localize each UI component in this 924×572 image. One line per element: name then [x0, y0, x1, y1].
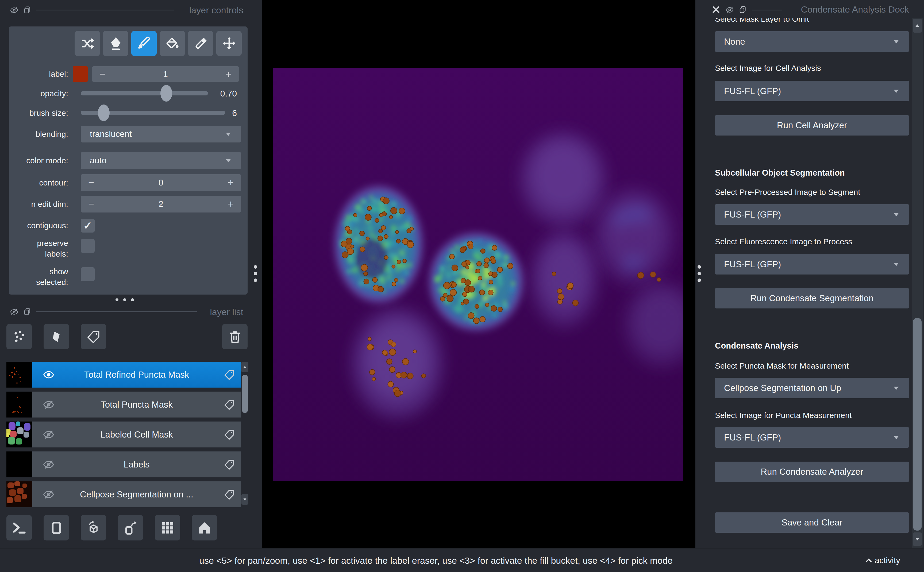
fill-bucket-button[interactable]	[160, 31, 185, 56]
scroll-down-button[interactable]	[913, 532, 922, 546]
preserve-labels-checkbox[interactable]	[81, 239, 95, 253]
contour-label: contour:	[5, 174, 68, 191]
home-icon	[197, 521, 212, 535]
dock-hide-icon[interactable]	[725, 5, 734, 14]
layer-row[interactable]: Labeled Cell Mask	[6, 421, 241, 448]
mask-layer-omit-select[interactable]: None	[715, 31, 909, 52]
thumbnail-dot	[18, 375, 19, 376]
eye-hidden-icon[interactable]	[42, 398, 55, 411]
color-mode-dropdown[interactable]: auto	[81, 152, 241, 169]
opacity-slider[interactable]	[81, 91, 208, 95]
layer-row[interactable]: Total Refined Puncta Mask	[6, 362, 241, 387]
label-value[interactable]: 1	[92, 66, 239, 82]
eye-hidden-icon[interactable]	[42, 488, 55, 500]
grid-icon	[160, 521, 175, 535]
puncta-image-label: Select Image for Puncta Measurement	[715, 410, 909, 420]
scroll-up-button[interactable]	[913, 19, 922, 33]
n-edit-dim-spinbox[interactable]: − 2 +	[81, 196, 241, 213]
puncta-mask-select[interactable]: Cellpose Segmentation on Up	[715, 378, 909, 398]
layer-name-area[interactable]: Total Puncta Mask	[32, 392, 241, 418]
n-edit-dim-value[interactable]: 2	[81, 196, 241, 213]
activity-button[interactable]: activity	[864, 549, 900, 572]
layer-list-scrollbar[interactable]	[241, 362, 248, 505]
scrollbar-handle[interactable]	[913, 318, 922, 530]
transpose-dimensions-button[interactable]	[118, 515, 143, 541]
dock-float-icon[interactable]	[739, 5, 747, 14]
contour-increment-button[interactable]: +	[228, 174, 234, 191]
layer-name-area[interactable]: Labels	[32, 451, 241, 477]
layer-thumbnail	[6, 362, 32, 387]
viewer-canvas[interactable]	[262, 0, 695, 548]
pan-zoom-button[interactable]	[216, 31, 242, 56]
square-2d-icon	[49, 521, 64, 535]
scrollbar-handle[interactable]	[242, 375, 248, 413]
n-edit-dim-increment-button[interactable]: +	[228, 196, 234, 213]
layer-row[interactable]: Labels	[6, 451, 241, 477]
scroll-down-button[interactable]	[241, 494, 248, 505]
show-selected-checkbox[interactable]	[81, 267, 95, 281]
save-and-clear-button[interactable]: Save and Clear	[715, 512, 909, 533]
layer-controls-float-icon[interactable]	[23, 6, 31, 14]
show-selected-label: show selected:	[23, 266, 68, 288]
layer-controls-hide-icon[interactable]	[9, 6, 19, 15]
tag-icon	[224, 369, 235, 380]
chevron-down-icon	[893, 434, 900, 441]
layer-thumbnail	[6, 392, 32, 418]
puncta-image-select[interactable]: FUS-FL (GFP)	[715, 427, 909, 448]
run-cell-analyzer-button[interactable]: Run Cell Analyzer	[715, 115, 909, 135]
roll-dimensions-button[interactable]	[81, 515, 106, 541]
tag-icon	[224, 489, 235, 500]
label-spinbox[interactable]: − 1 +	[92, 66, 239, 82]
label-eraser-button[interactable]	[103, 31, 128, 56]
image-cell-analysis-select[interactable]: FUS-FL (GFP)	[715, 81, 909, 101]
layer-name-area[interactable]: Labeled Cell Mask	[32, 421, 241, 448]
left-splitter-handle[interactable]	[254, 265, 257, 282]
color-picker-button[interactable]	[188, 31, 213, 56]
dock-scrollbar[interactable]	[912, 18, 922, 548]
run-condensate-analyzer-button[interactable]: Run Condensate Analyzer	[715, 462, 909, 482]
eye-open-icon[interactable]	[42, 368, 55, 381]
color-picker-icon	[193, 36, 208, 51]
eye-hidden-icon[interactable]	[42, 459, 55, 471]
thumbnail-dot	[20, 407, 21, 409]
opacity-label: opacity:	[5, 88, 68, 99]
eye-hidden-icon[interactable]	[42, 429, 55, 441]
console-button[interactable]	[6, 515, 32, 541]
thumbnail-blob	[7, 497, 13, 503]
layer-name-area[interactable]: Total Refined Puncta Mask	[32, 362, 241, 387]
fluorescence-image-select[interactable]: FUS-FL (GFP)	[715, 254, 909, 275]
preprocessed-image-select[interactable]: FUS-FL (GFP)	[715, 204, 909, 225]
brush-size-label: brush size:	[5, 107, 68, 119]
dock-close-icon[interactable]	[711, 5, 721, 14]
reset-view-button[interactable]	[192, 515, 217, 541]
thumbnail-dot	[20, 381, 20, 382]
toggle-ndisplay-button[interactable]	[44, 515, 69, 541]
contour-spinbox[interactable]: − 0 +	[81, 174, 241, 191]
fluorescence-image	[273, 68, 683, 481]
shuffle-colors-button[interactable]	[75, 31, 100, 56]
thumbnail-dot	[14, 367, 15, 368]
contour-value[interactable]: 0	[81, 174, 241, 191]
opacity-slider-handle[interactable]	[160, 85, 172, 101]
layer-list-float-icon[interactable]	[23, 308, 31, 316]
contiguous-checkbox[interactable]: ✓	[81, 219, 95, 233]
blending-dropdown[interactable]: translucent	[81, 126, 241, 143]
layer-row[interactable]: Total Puncta Mask	[6, 392, 241, 418]
thumbnail-dot	[17, 397, 18, 398]
delete-layer-button[interactable]	[222, 324, 247, 349]
layer-list-hide-icon[interactable]	[9, 308, 19, 317]
dock-splitter-handle[interactable]	[115, 298, 134, 301]
label-color-swatch[interactable]	[73, 66, 88, 82]
paintbrush-button[interactable]	[131, 31, 157, 56]
new-shapes-layer-button[interactable]	[44, 324, 69, 349]
new-points-layer-button[interactable]	[6, 324, 32, 349]
thumbnail-dot	[18, 412, 19, 413]
grid-view-button[interactable]	[155, 515, 180, 541]
layer-name-area[interactable]: Cellpose Segmentation on ...	[32, 481, 241, 507]
run-condensate-segmentation-button[interactable]: Run Condensate Segmentation	[715, 288, 909, 308]
layer-row[interactable]: Cellpose Segmentation on ...	[6, 481, 241, 507]
scroll-up-button[interactable]	[241, 362, 248, 372]
label-increment-button[interactable]: +	[226, 66, 232, 82]
new-labels-layer-button[interactable]	[81, 324, 106, 349]
dock-header-line	[752, 9, 782, 11]
